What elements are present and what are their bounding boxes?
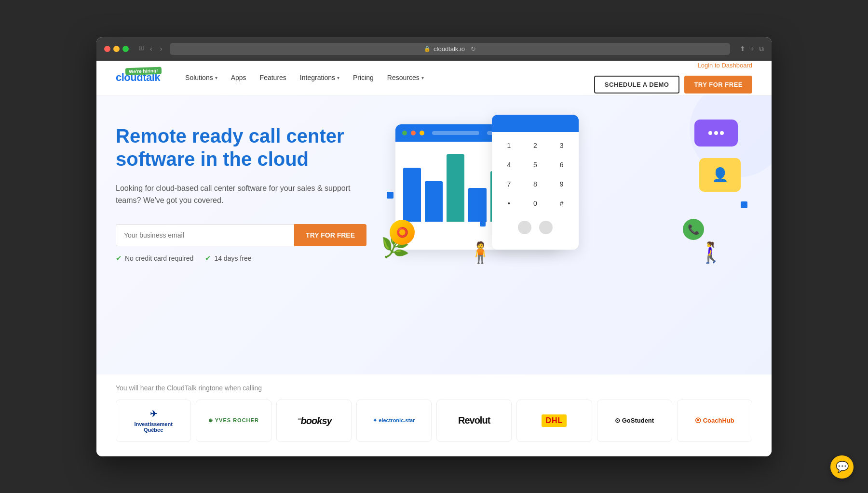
- email-form: TRY FOR FREE: [116, 224, 366, 246]
- chevron-down-icon: ▾: [337, 75, 339, 80]
- main-nav: Solutions ▾ Apps Features Integrations ▾…: [179, 70, 594, 85]
- bar-2: [425, 181, 443, 222]
- schedule-demo-button[interactable]: SCHEDULE A DEMO: [594, 76, 680, 93]
- note1-text: No credit card required: [125, 254, 193, 262]
- site-header: We're hiring! cloudtalk Solutions ▾ Apps…: [96, 61, 772, 95]
- address-bar[interactable]: 🔒 cloudtalk.io ↻: [170, 43, 730, 55]
- bar-4: [468, 188, 486, 222]
- minimize-button[interactable]: [113, 46, 120, 52]
- deco-square-2: [480, 221, 486, 227]
- nav-item-apps[interactable]: Apps: [225, 70, 252, 85]
- check-icon: ✔: [116, 254, 122, 263]
- note2-text: 14 days free: [214, 254, 251, 262]
- figure-standing: 🧍: [468, 240, 493, 264]
- phone-call-icon: 📞: [683, 219, 704, 240]
- key-dot: •: [498, 196, 520, 211]
- note-days-free: ✔ 14 days free: [205, 254, 251, 263]
- hero-title: Remote ready call center software in the…: [116, 124, 366, 171]
- logo-yves-rocher: ⊕ YVES ROCHER: [196, 400, 271, 442]
- phone-keypad: 1 2 3 4 5 6 7 8 9 • 0 #: [492, 132, 579, 217]
- logo-area: We're hiring! cloudtalk: [116, 71, 160, 84]
- key-3: 3: [550, 138, 573, 153]
- nav-item-resources[interactable]: Resources ▾: [381, 70, 430, 85]
- hiring-badge: We're hiring!: [125, 67, 161, 76]
- chat-dot-3: [720, 131, 724, 135]
- nav-item-solutions[interactable]: Solutions ▾: [179, 70, 223, 85]
- logo-revolut: Revolut: [436, 400, 512, 442]
- logo-dhl: DHL: [516, 400, 592, 442]
- back-button[interactable]: ‹: [148, 44, 154, 53]
- browser-window: ⊞ ‹ › 🔒 cloudtalk.io ↻ ⬆ + ⧉ We're hirin…: [96, 37, 772, 456]
- header-buttons: SCHEDULE A DEMO TRY FOR FREE: [594, 76, 752, 93]
- avatar-card: 👤: [699, 158, 741, 192]
- chat-icon: 💬: [836, 461, 849, 473]
- chat-dot-2: [714, 131, 718, 135]
- page-content: We're hiring! cloudtalk Solutions ▾ Apps…: [96, 61, 772, 456]
- hero-subtitle: Looking for cloud-based call center soft…: [116, 182, 366, 207]
- key-4: 4: [498, 157, 520, 173]
- logo-coachhub: ⦿ CoachHub: [677, 400, 752, 442]
- key-7: 7: [498, 176, 520, 192]
- chat-support-bubble[interactable]: 💬: [830, 455, 854, 479]
- traffic-lights: [104, 46, 129, 52]
- browser-actions: ⬆ + ⧉: [740, 45, 764, 53]
- nav-item-integrations[interactable]: Integrations ▾: [294, 70, 345, 85]
- nav-item-pricing[interactable]: Pricing: [347, 70, 380, 85]
- chevron-down-icon: ▾: [421, 75, 424, 80]
- chat-dot-1: [708, 131, 712, 135]
- email-input[interactable]: [116, 224, 294, 246]
- try-free-button[interactable]: TRY FOR FREE: [684, 76, 752, 93]
- chat-card: [694, 120, 738, 147]
- hero-try-free-button[interactable]: TRY FOR FREE: [294, 224, 366, 246]
- phone-card: 1 2 3 4 5 6 7 8 9 • 0 #: [492, 115, 579, 250]
- forward-button[interactable]: ›: [158, 44, 164, 53]
- browser-controls: ⊞ ‹ ›: [138, 44, 164, 53]
- phone-header: [492, 115, 579, 132]
- key-8: 8: [524, 176, 547, 192]
- logos-row: ✈ InvestissementQuébec ⊕ YVES ROCHER ⁻bo…: [116, 400, 752, 442]
- dot-orange: [411, 131, 416, 135]
- deco-square-3: [741, 201, 747, 208]
- dot-green: [402, 131, 407, 135]
- share-icon[interactable]: ⬆: [740, 45, 746, 53]
- hero-illustration: 1 2 3 4 5 6 7 8 9 • 0 #: [366, 115, 752, 269]
- bar-1: [403, 168, 421, 222]
- form-notes: ✔ No credit card required ✔ 14 days free: [116, 254, 366, 263]
- url-text: cloudtalk.io: [434, 45, 465, 53]
- key-6: 6: [550, 157, 573, 173]
- hero-section: Remote ready call center software in the…: [96, 95, 772, 374]
- badge-decoration: ⭕: [390, 220, 415, 245]
- key-9: 9: [550, 176, 573, 192]
- figure-walking: 🚶‍♀️: [698, 240, 723, 264]
- deco-square-1: [387, 192, 393, 199]
- new-tab-icon[interactable]: +: [750, 45, 754, 53]
- logo-electronic-star: ✦ electronic.star: [356, 400, 432, 442]
- sidebar-icon: ⊞: [138, 44, 144, 53]
- key-1: 1: [498, 138, 520, 153]
- check-icon: ✔: [205, 254, 211, 263]
- key-0: 0: [524, 196, 547, 211]
- refresh-icon[interactable]: ↻: [471, 45, 476, 53]
- logo-investissement: ✈ InvestissementQuébec: [116, 400, 191, 442]
- logos-heading: You will hear the CloudTalk ringtone whe…: [116, 384, 752, 392]
- tabs-icon[interactable]: ⧉: [759, 45, 764, 53]
- logos-section: You will hear the CloudTalk ringtone whe…: [96, 374, 772, 456]
- nav-item-features[interactable]: Features: [254, 70, 292, 85]
- close-button[interactable]: [104, 46, 110, 52]
- chat-dots: [708, 131, 724, 135]
- hero-left: Remote ready call center software in the…: [116, 124, 366, 263]
- header-actions: Login to Dashboard SCHEDULE A DEMO TRY F…: [594, 62, 752, 93]
- lock-icon: 🔒: [424, 46, 431, 52]
- logo-gostudent: ⊙ GoStudent: [597, 400, 672, 442]
- key-5: 5: [524, 157, 547, 173]
- note-no-credit-card: ✔ No credit card required: [116, 254, 193, 263]
- maximize-button[interactable]: [122, 46, 129, 52]
- key-hash: #: [550, 196, 573, 211]
- chevron-down-icon: ▾: [215, 75, 217, 80]
- key-2: 2: [524, 138, 547, 153]
- logo-booksy: ⁻booksy: [276, 400, 352, 442]
- login-link[interactable]: Login to Dashboard: [698, 62, 752, 69]
- browser-chrome: ⊞ ‹ › 🔒 cloudtalk.io ↻ ⬆ + ⧉: [96, 37, 772, 61]
- dot-yellow: [420, 131, 424, 135]
- bar-3: [447, 154, 464, 222]
